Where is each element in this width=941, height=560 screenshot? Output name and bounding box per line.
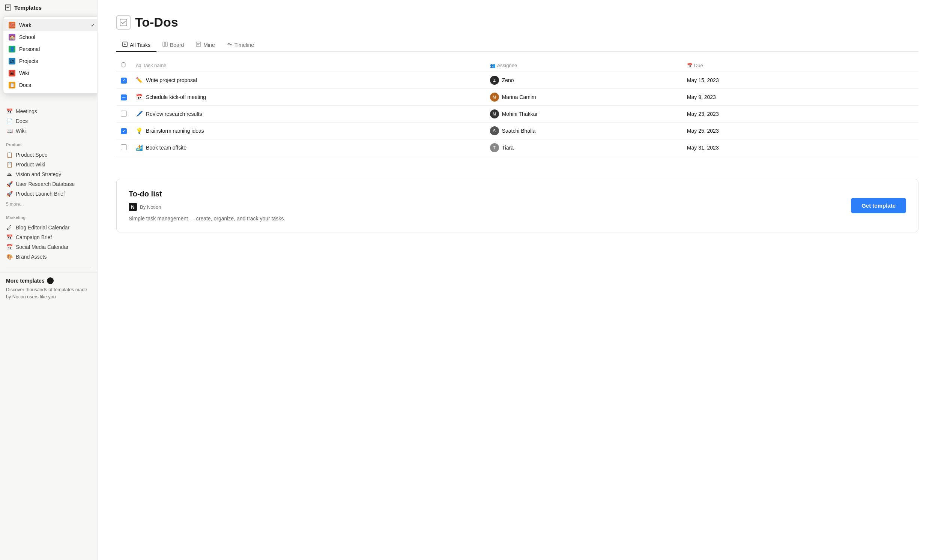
sidebar-footer-desc: Discover thousands of templates made by … [6, 286, 91, 301]
sidebar-title: Templates [14, 5, 42, 11]
dropdown-item-projects[interactable]: 🗂 Projects [3, 55, 97, 67]
th-task: AaTask name [131, 59, 486, 72]
due-date: May 9, 2023 [682, 89, 840, 106]
svg-rect-10 [228, 43, 230, 44]
product-wiki-icon: 📋 [6, 162, 13, 168]
tab-timeline[interactable]: Timeline [221, 38, 260, 52]
vision-icon: ⛰ [6, 171, 13, 177]
sidebar-item-social-calendar[interactable]: 📅 Social Media Calendar [3, 242, 94, 252]
section-product-label: Product [0, 137, 97, 148]
due-date: May 23, 2023 [682, 106, 840, 123]
product-more-link[interactable]: 5 more... [0, 200, 97, 210]
task-emoji: ✏️ [136, 77, 143, 84]
avatar: M [490, 109, 499, 118]
wiki-icon: 🏛 [9, 70, 15, 77]
assignee-cell: MMarina Camim [490, 92, 678, 102]
sidebar-item-campaign-label: Campaign Brief [16, 234, 52, 240]
sidebar-footer: More templates → Discover thousands of t… [0, 272, 97, 305]
th-due: 📅Due [682, 59, 840, 72]
task-name-cell: 🖊️Review research results [136, 111, 481, 117]
dropdown-item-personal[interactable]: 👤 Personal [3, 43, 97, 55]
aa-icon: Aa [136, 63, 142, 68]
dropdown-label-personal: Personal [19, 46, 40, 52]
social-icon: 📅 [6, 244, 13, 250]
projects-icon: 🗂 [9, 58, 15, 65]
task-checkbox[interactable] [121, 78, 127, 84]
assignee-icon: 👥 [490, 63, 496, 68]
task-name-cell: ✏️Write project proposal [136, 77, 481, 84]
sidebar-item-user-research-label: User Research Database [16, 181, 75, 187]
sidebar-item-meetings[interactable]: 📅 Meetings [3, 106, 94, 116]
dropdown-item-school[interactable]: 🏫 School [3, 31, 97, 43]
avatar: Z [490, 76, 499, 85]
sidebar-product-nav: 📋 Product Spec 📋 Product Wiki ⛰ Vision a… [0, 148, 97, 200]
task-table-body: ✏️Write project proposalZZenoMay 15, 202… [116, 72, 918, 156]
dropdown-label-projects: Projects [19, 58, 38, 64]
task-name: Book team offsite [146, 145, 187, 151]
dropdown-item-docs[interactable]: 📋 Docs [3, 79, 97, 91]
sidebar-item-docs[interactable]: 📄 Docs [3, 116, 94, 126]
tabs-row: All Tasks Board Mine [116, 38, 918, 52]
assignee-name: Saatchi Bhalla [502, 128, 536, 134]
sidebar-item-campaign-brief[interactable]: 📅 Campaign Brief [3, 232, 94, 242]
task-checkbox[interactable] [121, 144, 127, 150]
sidebar-item-brand-assets[interactable]: 🎨 Brand Assets [3, 252, 94, 262]
task-name: Write project proposal [146, 77, 197, 83]
due-date: May 31, 2023 [682, 140, 840, 156]
tab-board[interactable]: Board [156, 38, 190, 52]
sidebar-item-meetings-label: Meetings [16, 108, 37, 114]
timeline-tab-icon [227, 42, 232, 48]
sidebar-nav: 📅 Meetings 📄 Docs 📖 Wiki [0, 105, 97, 137]
sidebar-item-product-wiki[interactable]: 📋 Product Wiki [3, 160, 94, 169]
sidebar-item-blog-calendar[interactable]: 🖊 Blog Editorial Calendar [3, 223, 94, 232]
task-name: Review research results [146, 111, 202, 117]
assignee-name: Zeno [502, 77, 514, 83]
sidebar-marketing-nav: 🖊 Blog Editorial Calendar 📅 Campaign Bri… [0, 221, 97, 263]
workspace-dropdown: 🧱 Work ✓ 🏫 School 👤 Personal 🗂 Projects … [3, 17, 97, 94]
row-extra [840, 89, 918, 106]
task-checkbox[interactable] [121, 128, 127, 134]
avatar: M [490, 92, 499, 102]
table-row: 🏄Book team offsiteTTiaraMay 31, 2023 [116, 140, 918, 156]
template-card: To-do list N By Notion Simple task manag… [116, 179, 918, 232]
tab-timeline-label: Timeline [234, 42, 254, 48]
row-extra [840, 106, 918, 123]
tab-mine[interactable]: Mine [190, 38, 221, 52]
avatar: T [490, 143, 499, 152]
table-row: 📅Schedule kick-off meetingMMarina CamimM… [116, 89, 918, 106]
dropdown-label-work: Work [19, 22, 31, 28]
sidebar-item-user-research[interactable]: 🚀 User Research Database [3, 179, 94, 189]
get-template-button[interactable]: Get template [851, 198, 906, 213]
sidebar-item-social-label: Social Media Calendar [16, 244, 69, 250]
svg-rect-4 [163, 42, 165, 46]
task-checkbox[interactable] [121, 111, 127, 117]
task-name-cell: 💡Brainstorm naming ideas [136, 128, 481, 134]
svg-rect-11 [230, 44, 231, 45]
brand-icon: 🎨 [6, 254, 13, 260]
user-research-icon: 🚀 [6, 181, 13, 187]
due-date: May 25, 2023 [682, 123, 840, 140]
notion-logo-icon [5, 4, 12, 11]
page-title-row: To-Dos [116, 15, 918, 29]
page-icon [116, 15, 131, 29]
dropdown-item-wiki[interactable]: 🏛 Wiki [3, 67, 97, 79]
svg-rect-6 [196, 42, 201, 46]
sidebar-divider [6, 268, 91, 268]
meetings-icon: 📅 [6, 108, 13, 114]
sidebar-item-vision-strategy[interactable]: ⛰ Vision and Strategy [3, 169, 94, 179]
template-card-title: To-do list [129, 190, 285, 198]
sidebar-nav-section: 📅 Meetings 📄 Docs 📖 Wiki Product 📋 Produ… [0, 105, 97, 305]
assignee-name: Tiara [502, 145, 514, 151]
task-checkbox[interactable] [121, 94, 127, 100]
sidebar-item-product-spec-label: Product Spec [16, 152, 47, 158]
dropdown-label-docs: Docs [19, 82, 31, 88]
sidebar-item-product-launch[interactable]: 🚀 Product Launch Brief [3, 189, 94, 198]
tab-all-tasks[interactable]: All Tasks [116, 38, 156, 52]
more-templates-title[interactable]: More templates → [6, 277, 91, 284]
task-emoji: 📅 [136, 94, 143, 100]
sidebar-item-wiki[interactable]: 📖 Wiki [3, 126, 94, 136]
sidebar-item-product-spec[interactable]: 📋 Product Spec [3, 150, 94, 160]
more-templates-icon: → [47, 277, 54, 284]
th-assignee: 👥Assignee [486, 59, 682, 72]
dropdown-item-work[interactable]: 🧱 Work ✓ [3, 19, 97, 31]
